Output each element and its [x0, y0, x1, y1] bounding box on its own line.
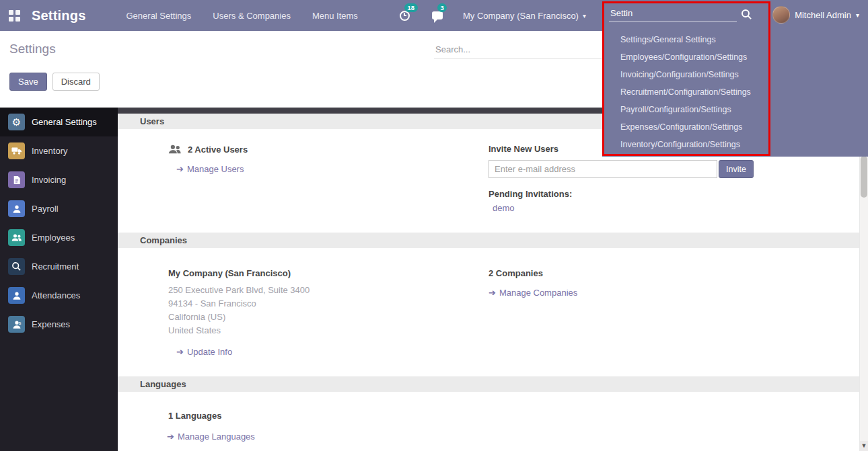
manage-users-link[interactable]: ➔ Manage Users — [176, 164, 244, 174]
invoice-icon — [8, 171, 25, 188]
record-search — [434, 40, 602, 59]
company-address: 250 Executive Park Blvd, Suite 3400 9413… — [168, 284, 489, 337]
invite-email-input[interactable] — [489, 160, 717, 178]
expense-person-icon: $ — [8, 316, 25, 333]
section-header-languages: Languages — [118, 376, 859, 392]
pending-invitee-link[interactable]: demo — [493, 203, 515, 213]
people-icon — [8, 229, 25, 246]
search-result[interactable]: Expenses/Configuration/Settings — [602, 118, 770, 136]
active-users-icon — [168, 144, 182, 155]
menu-search-dropdown: Settings/General Settings Employees/Conf… — [602, 0, 868, 157]
systray: 18 3 My Company (San Francisco) ▾ — [397, 0, 586, 31]
languages-count: 1 Languages — [168, 411, 489, 421]
avatar — [772, 6, 790, 24]
search-result[interactable]: Settings/General Settings — [602, 31, 770, 48]
address-line: United States — [168, 324, 489, 337]
sidebar-item-invoicing[interactable]: Invoicing — [0, 165, 118, 194]
company-name: My Company (San Francisco) — [463, 11, 579, 21]
settings-sidebar: ⚙ General Settings Inventory Invoicing P… — [0, 108, 118, 451]
nav-menu-items[interactable]: Menu Items — [311, 8, 359, 24]
nav-users-companies[interactable]: Users & Companies — [211, 8, 292, 24]
sidebar-item-expenses[interactable]: $ Expenses — [0, 310, 118, 339]
page-title: Settings — [9, 42, 56, 56]
sidebar-item-label: Invoicing — [32, 175, 66, 185]
company-name-label: My Company (San Francisco) — [168, 268, 489, 278]
menu-search-input[interactable] — [609, 5, 737, 22]
app-title: Settings — [32, 8, 86, 24]
scrollbar-down-arrow[interactable]: ▼ — [860, 441, 868, 451]
address-line: 250 Executive Park Blvd, Suite 3400 — [168, 284, 489, 297]
messages-button[interactable]: 3 — [430, 8, 445, 23]
sidebar-item-label: Expenses — [32, 319, 70, 329]
attendance-person-icon — [8, 287, 25, 304]
sidebar-item-inventory[interactable]: Inventory — [0, 136, 118, 165]
svg-text:$: $ — [18, 321, 21, 325]
company-switcher[interactable]: My Company (San Francisco) ▾ — [463, 11, 586, 21]
settings-content: Users 2 Active Users ➔ Manage Users Invi… — [118, 108, 859, 451]
sidebar-item-label: Attendances — [32, 290, 80, 300]
sidebar-item-label: Recruitment — [32, 261, 79, 272]
navbar-menu: General Settings Users & Companies Menu … — [125, 8, 359, 24]
activities-button[interactable]: 18 — [397, 8, 412, 23]
pending-invitations-label: Pending Invitations: — [489, 189, 859, 199]
arrow-right-icon: ➔ — [176, 164, 184, 174]
apps-menu-icon[interactable] — [9, 10, 20, 22]
search-result[interactable]: Inventory/Configuration/Settings — [602, 136, 770, 153]
menu-search — [609, 5, 764, 24]
sidebar-item-attendances[interactable]: Attendances — [0, 281, 118, 310]
chevron-down-icon: ▾ — [856, 11, 859, 19]
discard-button[interactable]: Discard — [52, 73, 100, 91]
arrow-right-icon: ➔ — [176, 347, 184, 357]
address-line: 94134 - San Francisco — [168, 297, 489, 311]
invite-button[interactable]: Invite — [719, 160, 754, 178]
user-name: Mitchell Admin — [795, 10, 851, 20]
save-button[interactable]: Save — [9, 73, 47, 91]
sidebar-item-label: Employees — [32, 233, 75, 243]
search-result[interactable]: Invoicing/Configuration/Settings — [602, 66, 770, 83]
sidebar-item-label: Inventory — [32, 146, 67, 156]
sidebar-item-employees[interactable]: Employees — [0, 223, 118, 252]
record-search-input[interactable] — [434, 40, 602, 59]
manage-companies-link[interactable]: ➔ Manage Companies — [489, 288, 577, 298]
search-result[interactable]: Employees/Configuration/Settings — [602, 48, 770, 66]
payroll-person-icon — [8, 200, 25, 217]
message-badge: 3 — [437, 3, 447, 12]
sidebar-item-label: Payroll — [32, 204, 59, 214]
truck-icon — [8, 142, 25, 159]
search-result[interactable]: Payroll/Configuration/Settings — [602, 101, 770, 118]
languages-section: 1 Languages ➔ Manage Languages — [118, 392, 859, 442]
arrow-right-icon: ➔ — [167, 432, 174, 442]
scrollbar-thumb[interactable] — [861, 156, 867, 198]
activity-badge: 18 — [404, 3, 418, 12]
update-info-link[interactable]: ➔ Update Info — [176, 347, 232, 357]
companies-section: My Company (San Francisco) 250 Executive… — [118, 248, 859, 376]
companies-count: 2 Companies — [489, 268, 859, 278]
manage-languages-link[interactable]: ➔ Manage Languages — [167, 432, 255, 442]
chevron-down-icon: ▾ — [583, 12, 586, 19]
sidebar-item-label: General Settings — [32, 117, 97, 127]
search-icon[interactable] — [742, 9, 752, 19]
search-result[interactable]: Recruitment/Configuration/Settings — [602, 83, 770, 101]
address-line: California (US) — [168, 311, 489, 324]
section-header-companies: Companies — [118, 233, 859, 248]
sidebar-item-recruitment[interactable]: Recruitment — [0, 252, 118, 281]
menu-search-results: Settings/General Settings Employees/Conf… — [602, 31, 770, 153]
cp-buttons: Save Discard — [9, 73, 100, 91]
sidebar-item-payroll[interactable]: Payroll — [0, 194, 118, 223]
magnifier-icon — [8, 258, 25, 275]
chat-icon — [432, 11, 443, 19]
sidebar-item-general-settings[interactable]: ⚙ General Settings — [0, 108, 118, 136]
user-menu[interactable]: Mitchell Admin ▾ — [772, 6, 859, 24]
active-users-count: 2 Active Users — [188, 145, 248, 155]
arrow-right-icon: ➔ — [489, 288, 496, 298]
vertical-scrollbar[interactable]: ▼ — [859, 108, 868, 451]
nav-general-settings[interactable]: General Settings — [125, 8, 193, 24]
gear-icon: ⚙ — [8, 114, 25, 130]
